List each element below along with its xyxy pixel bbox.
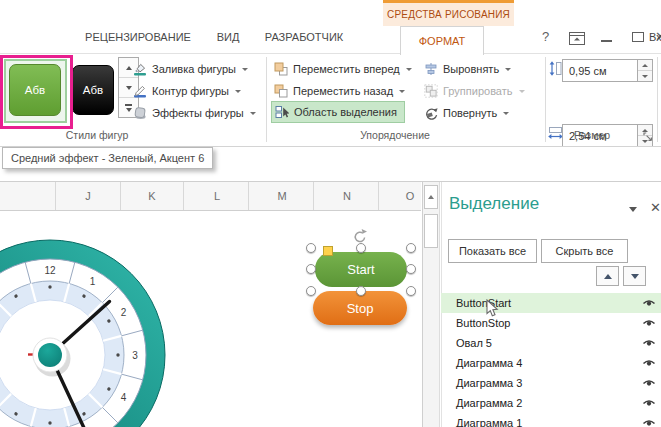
group-label-arrange: Упорядочение bbox=[360, 129, 430, 141]
selection-handle-s[interactable] bbox=[356, 286, 366, 296]
eye-icon[interactable] bbox=[642, 358, 656, 368]
down-arrow-icon bbox=[126, 86, 132, 90]
send-backward-button[interactable]: Переместить назад bbox=[274, 81, 405, 101]
shape-effects-button[interactable]: Эффекты фигуры bbox=[133, 103, 256, 123]
list-item-chart2[interactable]: Диаграмма 2 bbox=[441, 393, 661, 413]
eye-icon[interactable] bbox=[642, 398, 656, 408]
tab-view[interactable]: ВИД bbox=[217, 31, 240, 43]
column-header-l[interactable]: L bbox=[214, 190, 220, 202]
item-label: Диаграмма 3 bbox=[441, 377, 642, 389]
eye-icon[interactable] bbox=[642, 378, 656, 388]
hide-all-button[interactable]: Скрыть все bbox=[541, 239, 628, 263]
ribbon-display-options-button[interactable] bbox=[569, 31, 585, 49]
column-divider bbox=[183, 182, 184, 210]
rotate-icon bbox=[424, 106, 438, 120]
selection-pane-icon bbox=[275, 105, 289, 119]
eye-icon[interactable] bbox=[642, 418, 656, 427]
tab-developer[interactable]: РАЗРАБОТЧИК bbox=[265, 31, 343, 43]
column-divider bbox=[248, 182, 249, 210]
style-swatch-black[interactable]: Абв bbox=[72, 65, 114, 115]
selection-handle-nw[interactable] bbox=[306, 243, 316, 253]
selection-handle-se[interactable] bbox=[406, 286, 416, 296]
rotation-handle[interactable] bbox=[352, 228, 368, 248]
column-header-o[interactable]: O bbox=[406, 190, 415, 202]
height-spinner[interactable] bbox=[638, 59, 653, 82]
column-header-m[interactable]: M bbox=[277, 190, 286, 202]
selection-handle-ne[interactable] bbox=[406, 243, 416, 253]
tab-format[interactable]: ФОРМАТ bbox=[400, 26, 484, 55]
group-label-shape-styles: Стили фигур bbox=[66, 129, 128, 141]
pane-close-icon[interactable]: ✕ bbox=[650, 200, 661, 215]
adjust-handle[interactable] bbox=[323, 246, 333, 256]
excel-window: { "window": { "contextual_tab": "СРЕДСТВ… bbox=[0, 0, 661, 427]
selection-handle-w[interactable] bbox=[306, 264, 316, 274]
column-header-j[interactable]: J bbox=[85, 190, 91, 202]
list-item-buttonstart[interactable]: ButtonStart bbox=[441, 293, 661, 313]
scrollbar-thumb[interactable] bbox=[424, 214, 438, 248]
dialog-launcher-icon bbox=[643, 132, 653, 142]
dropdown-caret-icon bbox=[250, 112, 256, 115]
column-header-k[interactable]: K bbox=[148, 190, 155, 202]
spinner-down-icon[interactable] bbox=[638, 71, 652, 81]
up-arrow-icon bbox=[126, 66, 132, 70]
show-all-button[interactable]: Показать все bbox=[448, 239, 537, 263]
scroll-up-button[interactable] bbox=[424, 185, 438, 209]
eye-icon[interactable] bbox=[642, 298, 656, 308]
group-objects-icon bbox=[424, 84, 438, 98]
shape-height-field[interactable]: 0,95 см bbox=[562, 59, 638, 82]
eye-icon[interactable] bbox=[642, 318, 656, 328]
pane-dropdown-icon[interactable] bbox=[629, 207, 637, 212]
eye-icon[interactable] bbox=[642, 338, 656, 348]
signin-label[interactable]: Вход bbox=[649, 31, 661, 43]
start-shape[interactable]: Start bbox=[315, 252, 407, 287]
selection-pane-label: Область выделения bbox=[294, 106, 397, 118]
send-backward-icon bbox=[274, 84, 288, 98]
align-button[interactable]: Выровнять bbox=[424, 59, 511, 79]
minimize-button[interactable] bbox=[601, 40, 612, 42]
group-separator bbox=[545, 57, 546, 142]
column-header-n[interactable]: N bbox=[343, 190, 351, 202]
shape-fill-label: Заливка фигуры bbox=[152, 63, 236, 75]
tab-review[interactable]: РЕЦЕНЗИРОВАНИЕ bbox=[85, 31, 191, 43]
style-tooltip: Средний эффект - Зеленый, Акцент 6 bbox=[2, 147, 213, 169]
selection-handle-e[interactable] bbox=[406, 264, 416, 274]
dropdown-caret-icon bbox=[505, 68, 511, 71]
size-dialog-launcher[interactable] bbox=[643, 128, 653, 146]
move-down-button[interactable] bbox=[623, 266, 646, 286]
clock-center-knob bbox=[38, 343, 62, 367]
bring-forward-label: Переместить вперед bbox=[293, 63, 400, 75]
selection-pane-button[interactable]: Область выделения bbox=[271, 101, 405, 123]
spinner-up-icon[interactable] bbox=[638, 60, 652, 71]
shape-outline-button[interactable]: Контур фигуры bbox=[133, 81, 241, 101]
list-item-chart3[interactable]: Диаграмма 3 bbox=[441, 373, 661, 393]
dropdown-caret-icon bbox=[519, 90, 525, 93]
shape-height-icon bbox=[548, 61, 562, 80]
list-item-buttonstop[interactable]: ButtonStop bbox=[441, 313, 661, 333]
shape-fill-button[interactable]: Заливка фигуры bbox=[133, 59, 248, 79]
list-item-chart4[interactable]: Диаграмма 4 bbox=[441, 353, 661, 373]
fill-bucket-icon bbox=[133, 62, 147, 76]
move-up-button[interactable] bbox=[596, 266, 619, 286]
rotate-button[interactable]: Повернуть bbox=[424, 103, 509, 123]
clock-number-12: 12 bbox=[44, 265, 56, 276]
align-label: Выровнять bbox=[443, 63, 499, 75]
bring-forward-icon bbox=[274, 62, 288, 76]
item-label: Диаграмма 2 bbox=[441, 397, 642, 409]
send-backward-label: Переместить назад bbox=[293, 85, 393, 97]
group-button[interactable]: Группировать bbox=[424, 81, 525, 101]
selection-handle-sw[interactable] bbox=[306, 286, 316, 296]
help-button[interactable]: ? bbox=[542, 29, 549, 44]
style-swatch-green[interactable]: Абв bbox=[9, 64, 61, 116]
list-item-chart1[interactable]: Диаграмма 1 bbox=[441, 413, 661, 427]
more-bar-icon bbox=[125, 104, 132, 106]
maximize-button[interactable] bbox=[632, 32, 644, 42]
outline-pen-icon bbox=[133, 84, 147, 98]
column-divider bbox=[378, 182, 379, 210]
bring-forward-button[interactable]: Переместить вперед bbox=[274, 59, 412, 79]
rotate-label: Повернуть bbox=[443, 107, 497, 119]
clock-chart[interactable]: 12 1 2 3 4 bbox=[0, 235, 170, 427]
align-icon bbox=[424, 62, 438, 76]
list-item-oval5[interactable]: Овал 5 bbox=[441, 333, 661, 353]
item-label: Овал 5 bbox=[441, 337, 642, 349]
stop-shape[interactable]: Stop bbox=[313, 291, 407, 325]
